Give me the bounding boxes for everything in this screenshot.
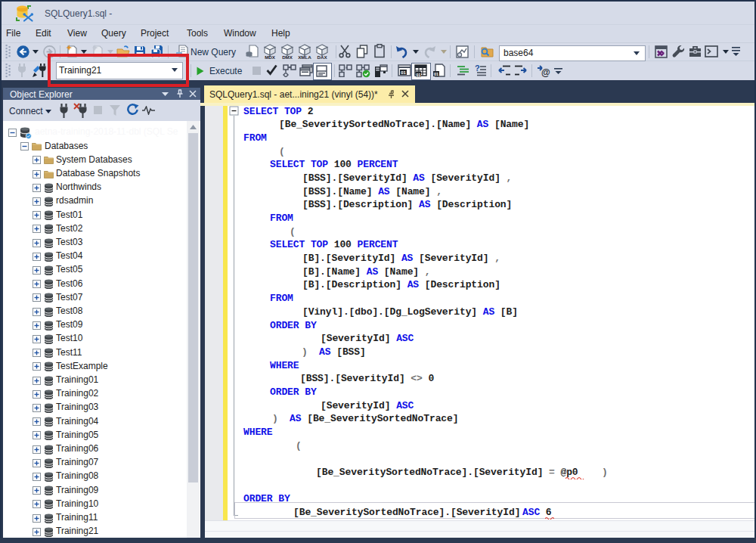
svg-text:01: 01 (401, 70, 406, 75)
svg-text:01: 01 (416, 73, 420, 77)
svg-text:MDX: MDX (265, 54, 276, 60)
svg-text:@: @ (541, 67, 550, 77)
svg-text:01: 01 (434, 72, 438, 76)
svg-text:DMX: DMX (282, 54, 293, 60)
svg-text:?: ? (475, 64, 480, 73)
svg-text:XMLA: XMLA (298, 54, 311, 60)
svg-text:DAX: DAX (317, 54, 327, 60)
